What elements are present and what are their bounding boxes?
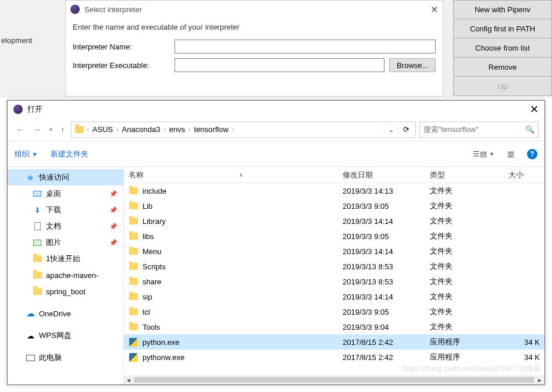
column-header-type[interactable]: 类型	[425, 170, 504, 180]
nav-item[interactable]: 桌面📌	[8, 186, 123, 202]
column-header-date[interactable]: 修改日期	[338, 170, 425, 180]
chevron-right-icon[interactable]: ›	[162, 126, 166, 133]
file-row[interactable]: Scripts2019/3/13 8:53文件夹	[124, 259, 544, 274]
choose-from-list-button[interactable]: Choose from list	[453, 38, 552, 58]
file-name: Tools	[143, 323, 160, 332]
config-first-in-path-button[interactable]: Config first in PATH	[453, 19, 552, 38]
chevron-right-icon[interactable]: ›	[86, 126, 90, 133]
breadcrumb-segment[interactable]: Anaconda3	[120, 122, 163, 137]
file-name: Scripts	[143, 262, 166, 271]
search-box[interactable]: 🔍	[419, 122, 539, 138]
chevron-right-icon[interactable]: ›	[231, 126, 235, 133]
file-name: libs	[143, 232, 154, 241]
new-with-pipenv-button[interactable]: New with Pipenv	[453, 0, 552, 19]
breadcrumb-segment[interactable]: tensorflow	[192, 122, 231, 137]
nav-item[interactable]: apache-maven-	[8, 267, 123, 283]
dialog-titlebar: Select interpreter ✕	[66, 1, 443, 18]
file-row[interactable]: Tools2019/3/3 9:04文件夹	[124, 319, 544, 334]
nav-quick-access[interactable]: ★ 快速访问	[8, 169, 123, 186]
browse-button[interactable]: Browse...	[389, 58, 436, 72]
file-row[interactable]: share2019/3/13 8:53文件夹	[124, 274, 544, 289]
chevron-right-icon[interactable]: ›	[115, 126, 119, 133]
dialog-instruction: Enter the name and executable of your in…	[73, 23, 436, 31]
file-row[interactable]: tcl2019/3/3 9:05文件夹	[124, 304, 544, 319]
file-name: Library	[143, 217, 166, 226]
select-interpreter-dialog: Select interpreter ✕ Enter the name and …	[65, 0, 443, 97]
nav-item[interactable]: spring_boot	[8, 283, 123, 300]
file-date: 2019/3/3 14:13	[338, 187, 425, 195]
file-row[interactable]: Menu2019/3/3 14:14文件夹	[124, 244, 544, 259]
organize-menu[interactable]: 组织 ▼	[15, 149, 38, 159]
nav-label: 快速访问	[39, 172, 69, 183]
nav-this-pc[interactable]: 此电脑	[8, 350, 123, 366]
file-list-area: 名称 ∧ 修改日期 类型 大小 include2019/3/3 14:13文件夹…	[124, 167, 544, 384]
file-name: Menu	[143, 247, 162, 256]
file-row[interactable]: python.exe2017/8/15 2:42应用程序34 K	[124, 334, 544, 350]
file-name: sip	[143, 293, 152, 301]
close-icon[interactable]: ✕	[430, 4, 438, 15]
nav-item[interactable]: 图片📌	[8, 234, 123, 251]
file-row[interactable]: pythonw.exe2017/8/15 2:42应用程序34 K	[124, 350, 544, 365]
bg-partial-text: elopment	[1, 36, 32, 45]
column-header-size[interactable]: 大小	[504, 170, 544, 180]
remove-button[interactable]: Remove	[453, 58, 552, 77]
nav-up-icon[interactable]: ↑	[58, 124, 67, 134]
nav-onedrive[interactable]: ☁ OneDrive	[8, 305, 123, 322]
file-row[interactable]: libs2019/3/3 9:05文件夹	[124, 229, 544, 244]
nav-forward-icon[interactable]: →	[30, 124, 44, 134]
nav-item[interactable]: 1快速开始	[8, 251, 123, 267]
folder-icon	[129, 292, 138, 301]
nav-item[interactable]: ⬇下载📌	[8, 202, 123, 218]
breadcrumb-bar[interactable]: › ASUS › Anaconda3 › envs › tensorflow ›…	[71, 122, 416, 138]
chevron-right-icon[interactable]: ›	[187, 126, 191, 133]
file-row[interactable]: Library2019/3/3 14:14文件夹	[124, 213, 544, 229]
file-date: 2019/3/13 8:53	[338, 262, 425, 271]
breadcrumb-dropdown-icon[interactable]: ⌄	[384, 125, 398, 134]
interpreter-name-input[interactable]	[174, 40, 436, 54]
scroll-right-icon[interactable]: ►	[535, 377, 544, 383]
scroll-left-icon[interactable]: ◄	[124, 377, 133, 383]
interpreter-executable-input[interactable]	[174, 58, 384, 72]
breadcrumb-segment[interactable]: envs	[167, 122, 187, 137]
wps-icon: ☁	[25, 332, 35, 340]
eclipse-icon	[70, 5, 80, 14]
close-icon[interactable]: ✕	[530, 103, 539, 116]
file-row[interactable]: Lib2019/3/3 9:05文件夹	[124, 198, 544, 213]
help-icon[interactable]: ?	[527, 149, 537, 159]
file-row[interactable]: sip2019/3/3 14:14文件夹	[124, 289, 544, 304]
new-folder-button[interactable]: 新建文件夹	[51, 149, 88, 159]
folder-icon	[32, 288, 42, 295]
file-type: 应用程序	[425, 337, 504, 347]
column-header-name[interactable]: 名称 ∧	[124, 170, 338, 180]
file-type: 文件夹	[425, 322, 504, 332]
nav-item-label: 1快速开始	[46, 254, 80, 264]
refresh-icon[interactable]: ⟳	[398, 125, 414, 134]
python-file-icon	[129, 337, 138, 347]
breadcrumb-segment[interactable]: ASUS	[90, 122, 115, 137]
file-open-dialog: 打开 ✕ ← → ▾ ↑ › ASUS › Anaconda3 › envs ›…	[7, 100, 545, 385]
file-list[interactable]: include2019/3/3 14:13文件夹Lib2019/3/3 9:05…	[124, 183, 544, 384]
scrollbar-thumb[interactable]	[134, 377, 534, 383]
search-icon[interactable]: 🔍	[525, 125, 535, 134]
horizontal-scrollbar[interactable]: ◄ ►	[124, 375, 544, 384]
folder-icon	[129, 216, 138, 226]
nav-recent-dropdown[interactable]: ▾	[47, 126, 55, 133]
file-date: 2019/3/3 14:14	[338, 247, 425, 256]
file-name: pythonw.exe	[143, 353, 184, 362]
file-name: Lib	[143, 202, 152, 211]
interpreter-executable-label: Interpreter Executable:	[73, 61, 174, 70]
view-mode-button[interactable]: ☰▤ ▼	[473, 149, 494, 158]
nav-item[interactable]: 文档📌	[8, 218, 123, 234]
navigation-pane: ★ 快速访问 桌面📌⬇下载📌文档📌图片📌1快速开始apache-maven-sp…	[8, 167, 124, 384]
folder-icon	[129, 307, 138, 316]
file-size: 34 K	[504, 338, 544, 347]
file-date: 2019/3/3 9:05	[338, 202, 425, 211]
downloads-icon: ⬇	[32, 206, 42, 215]
search-input[interactable]	[423, 125, 525, 134]
file-row[interactable]: include2019/3/3 14:13文件夹	[124, 183, 544, 198]
breadcrumb-root-icon[interactable]	[73, 122, 86, 137]
preview-pane-button[interactable]: ▥	[507, 149, 514, 158]
up-button[interactable]: Up	[453, 77, 552, 96]
nav-wps[interactable]: ☁ WPS网盘	[8, 327, 123, 344]
nav-back-icon[interactable]: ←	[13, 124, 27, 134]
